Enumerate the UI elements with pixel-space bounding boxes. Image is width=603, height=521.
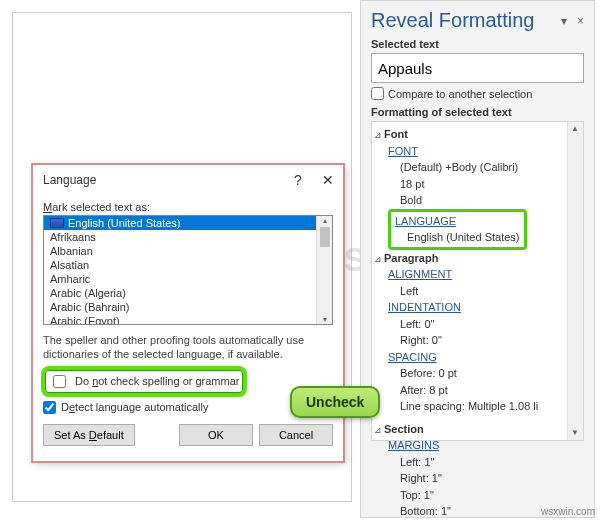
detect-language-checkbox[interactable] — [43, 401, 56, 414]
spacing-before: Before: 0 pt — [374, 365, 581, 382]
list-item[interactable]: Amharic — [44, 272, 332, 286]
list-item[interactable]: Arabic (Algeria) — [44, 286, 332, 300]
indentation-link[interactable]: INDENTATION — [388, 301, 461, 313]
image-credit: wsxwin.com — [541, 506, 595, 517]
uncheck-callout: Uncheck — [290, 386, 380, 418]
selected-text-input[interactable] — [371, 53, 584, 83]
spellcheck-icon — [50, 218, 64, 228]
formatting-scrollbar[interactable]: ▲ ▼ — [567, 122, 583, 440]
indent-left: Left: 0" — [374, 316, 581, 333]
spacing-after: After: 8 pt — [374, 382, 581, 399]
no-check-spelling-checkbox[interactable] — [53, 375, 66, 388]
pane-title: Reveal Formatting — [371, 9, 534, 32]
list-item[interactable]: Alsatian — [44, 258, 332, 272]
compare-checkbox[interactable] — [371, 87, 384, 100]
font-bold: Bold — [374, 192, 581, 209]
mark-selected-label: MMark selected text as:ark selected text… — [43, 201, 333, 213]
dialog-title: Language — [43, 173, 283, 187]
section-section-header[interactable]: Section — [384, 423, 424, 435]
compare-label: Compare to another selection — [388, 88, 532, 100]
margin-right: Right: 1" — [374, 470, 581, 487]
scroll-thumb[interactable] — [320, 227, 330, 247]
margins-link[interactable]: MARGINS — [388, 439, 439, 451]
speller-note: The speller and other proofing tools aut… — [43, 333, 333, 362]
font-section-header[interactable]: Font — [384, 128, 408, 140]
formatting-box: ⊿Font FONT (Default) +Body (Calibri) 18 … — [371, 121, 584, 441]
font-size: 18 pt — [374, 176, 581, 193]
pane-close-button[interactable]: × — [577, 14, 584, 28]
list-item: English (United States) — [44, 216, 332, 230]
list-item[interactable]: Afrikaans — [44, 230, 332, 244]
font-default: (Default) +Body (Calibri) — [374, 159, 581, 176]
selected-text-label: Selected text — [371, 38, 584, 50]
scroll-up-icon[interactable]: ▴ — [323, 216, 327, 225]
pane-menu-button[interactable]: ▾ — [561, 14, 567, 28]
ok-button[interactable]: OK — [179, 424, 253, 446]
language-link[interactable]: LANGUAGE — [395, 215, 456, 227]
margin-left: Left: 1" — [374, 454, 581, 471]
listbox-scrollbar[interactable]: ▴ ▾ — [316, 216, 332, 324]
close-button[interactable]: ✕ — [313, 172, 343, 188]
spacing-link[interactable]: SPACING — [388, 351, 437, 363]
margin-top: Top: 1" — [374, 487, 581, 504]
no-check-spelling-label: Do not check spelling or grammarDo not c… — [75, 375, 239, 387]
alignment-value: Left — [374, 283, 581, 300]
set-default-button[interactable]: Set As DefaultSet As Default — [43, 424, 135, 446]
line-spacing: Line spacing: Multiple 1.08 li — [374, 398, 581, 415]
language-listbox[interactable]: English (United States) Afrikaans Albani… — [43, 215, 333, 325]
scroll-down-icon[interactable]: ▼ — [568, 426, 582, 440]
alignment-link[interactable]: ALIGNMENT — [388, 268, 452, 280]
indent-right: Right: 0" — [374, 332, 581, 349]
help-button[interactable]: ? — [283, 172, 313, 188]
detect-language-label: Detect language automaticallyDetect lang… — [61, 401, 208, 413]
paragraph-section-header[interactable]: Paragraph — [384, 252, 438, 264]
list-item[interactable]: Albanian — [44, 244, 332, 258]
scroll-up-icon[interactable]: ▲ — [568, 122, 582, 136]
list-item[interactable]: Arabic (Egypt) — [44, 314, 332, 325]
reveal-formatting-pane: Reveal Formatting ▾ × Selected text Comp… — [360, 0, 595, 518]
cancel-button[interactable]: Cancel — [259, 424, 333, 446]
list-item[interactable]: Arabic (Bahrain) — [44, 300, 332, 314]
font-link[interactable]: FONT — [388, 145, 418, 157]
scroll-down-icon[interactable]: ▾ — [323, 315, 327, 324]
formatting-label: Formatting of selected text — [371, 106, 584, 118]
language-value: English (United States) — [395, 229, 520, 246]
